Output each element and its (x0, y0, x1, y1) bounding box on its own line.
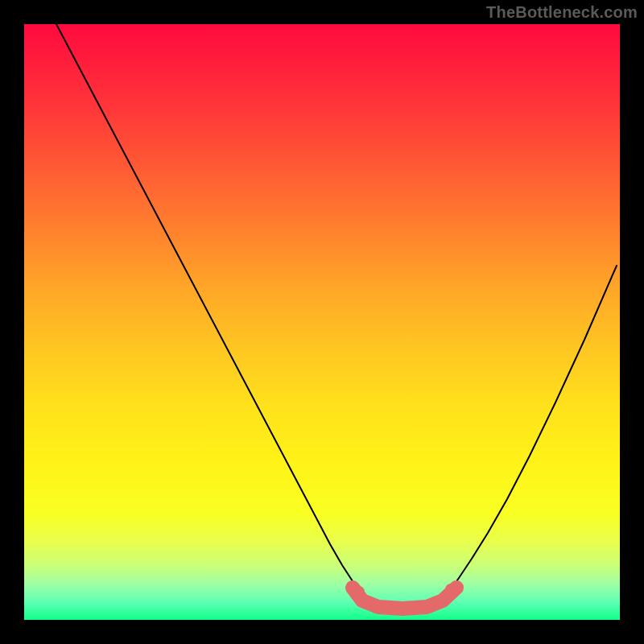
series-thick-band (353, 588, 456, 609)
chart-svg (24, 24, 620, 620)
chart-frame: TheBottleneck.com (0, 0, 644, 644)
right-end-dot (445, 584, 456, 595)
watermark-text: TheBottleneck.com (486, 3, 638, 22)
chart-plot-area (24, 24, 620, 620)
chart-lines (56, 24, 617, 609)
left-end-dot (353, 586, 365, 597)
series-curve-right (449, 266, 617, 592)
series-curve-left (56, 24, 359, 592)
